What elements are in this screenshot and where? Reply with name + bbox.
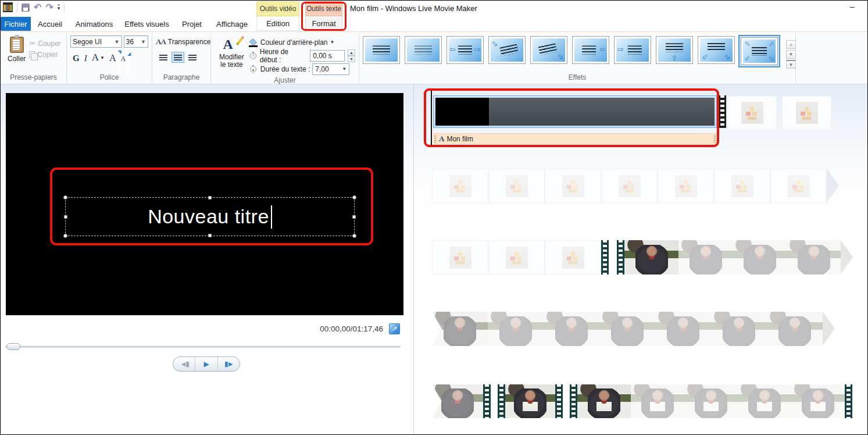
font-color-button[interactable]: A ▼ [92, 52, 105, 63]
selection-handle[interactable] [352, 195, 356, 199]
video-frame[interactable] [624, 240, 678, 274]
play-button[interactable]: ▶ [195, 357, 217, 371]
start-time-spinner[interactable]: ▲▼ [348, 49, 355, 62]
previous-frame-button[interactable]: ◄▮ [173, 357, 195, 371]
video-frame[interactable] [488, 312, 544, 346]
selection-handle[interactable] [64, 215, 67, 219]
tab-fichier[interactable]: Fichier [1, 17, 31, 31]
selection-handle[interactable] [63, 195, 67, 199]
video-frame[interactable] [791, 384, 845, 418]
tab-animations[interactable]: Animations [70, 17, 118, 31]
drag-handle[interactable] [714, 136, 716, 143]
transparency-button[interactable]: AA Transparence [156, 35, 207, 48]
gallery-more-icon[interactable]: ▼ [786, 60, 796, 69]
video-frame[interactable] [738, 384, 791, 418]
photo-clip[interactable] [432, 169, 488, 203]
duration-select[interactable]: 7,00▼ [312, 63, 349, 75]
photo-clip[interactable] [727, 96, 777, 130]
video-frame[interactable] [577, 384, 631, 418]
save-icon[interactable] [22, 3, 30, 12]
bold-button[interactable]: G [73, 54, 80, 63]
effect-thumb-push-left[interactable]: ⇦ [572, 36, 609, 64]
copy-button[interactable]: Copier [29, 49, 60, 60]
effect-thumb-push-right[interactable]: ⇨ [614, 36, 651, 64]
video-frame[interactable] [432, 384, 483, 418]
photo-clip[interactable] [714, 169, 770, 203]
video-frame[interactable] [767, 312, 823, 346]
drag-handle[interactable] [434, 136, 436, 143]
app-logo-icon[interactable] [3, 2, 13, 12]
next-frame-button[interactable]: ▮► [217, 357, 240, 371]
photo-clip[interactable] [770, 169, 827, 203]
video-frame[interactable] [711, 312, 767, 346]
gallery-scroll-up-icon[interactable]: ▲ [786, 40, 796, 49]
selection-handle[interactable] [208, 196, 212, 199]
seek-slider[interactable] [5, 343, 401, 351]
title-overlay-bar[interactable]: A Mon film [433, 133, 717, 144]
background-color-button[interactable]: Couleur d'arrière-plan ▼ [249, 36, 355, 48]
selection-handle[interactable] [352, 215, 356, 219]
spinner-down-icon[interactable]: ▼ [348, 56, 355, 62]
edit-text-button[interactable]: A Modifierle texte [215, 35, 249, 75]
photo-clip[interactable] [658, 169, 714, 203]
video-frame[interactable] [684, 384, 738, 418]
font-family-select[interactable]: Segoe UI▼ [70, 35, 122, 48]
selection-handle[interactable] [63, 234, 67, 238]
photo-clip[interactable] [601, 169, 658, 203]
video-frame[interactable] [432, 312, 488, 346]
paste-button[interactable]: Coller [4, 35, 29, 72]
video-frame[interactable] [631, 384, 684, 418]
minimize-button[interactable]: – [844, 2, 860, 12]
effect-thumb-spread-arc[interactable]: ⇨⇨ [698, 36, 735, 64]
video-preview[interactable]: Nouveau titre [6, 93, 403, 315]
effect-thumb-fly-out-angled[interactable]: ⇨ [530, 36, 567, 64]
italic-button[interactable]: I [84, 54, 87, 63]
shrink-font-button[interactable]: A◢ [120, 55, 126, 63]
title-text-box[interactable]: Nouveau titre [65, 197, 355, 236]
selection-handle[interactable] [352, 234, 356, 238]
start-time-input[interactable]: 0,00 s [310, 50, 345, 62]
photo-clip[interactable] [488, 169, 545, 203]
effect-thumb-slide-in-out[interactable]: ⇦⇨ [446, 36, 484, 64]
customize-quick-access-icon[interactable]: ▾ [58, 5, 60, 10]
align-right-button[interactable] [186, 52, 199, 63]
video-frame[interactable] [733, 240, 787, 274]
video-frame[interactable] [599, 312, 655, 346]
effect-thumb-fade[interactable] [405, 36, 442, 64]
photo-clip[interactable] [432, 240, 488, 274]
tab-affichage[interactable]: Affichage [209, 17, 255, 31]
grow-font-button[interactable]: A◥ [109, 53, 116, 63]
popout-icon[interactable]: ↗ [389, 323, 400, 334]
font-size-select[interactable]: 36▼ [124, 35, 149, 48]
playhead[interactable] [431, 91, 432, 145]
align-center-button[interactable] [172, 52, 184, 63]
photo-clip[interactable] [488, 240, 545, 274]
spinner-up-icon[interactable]: ▲ [348, 49, 355, 56]
tab-accueil[interactable]: Accueil [31, 17, 69, 31]
tab-format[interactable]: Format [305, 17, 342, 31]
tab-projet[interactable]: Projet [176, 17, 208, 31]
tab-edition[interactable]: Edition [256, 17, 299, 31]
photo-clip[interactable] [545, 240, 601, 274]
selection-handle[interactable] [208, 234, 212, 237]
effect-thumb-static[interactable] [363, 36, 400, 64]
cut-button[interactable]: ✂ Couper [29, 38, 60, 49]
video-frame[interactable] [678, 240, 733, 274]
redo-icon[interactable]: ↷ [45, 3, 53, 12]
video-frame[interactable] [544, 312, 599, 346]
preview-title-text[interactable]: Nouveau titre [66, 198, 354, 236]
tab-effets-visuels[interactable]: Effets visuels [119, 17, 174, 31]
effect-thumb-rise-up[interactable]: ⇧ [656, 36, 693, 64]
video-frame[interactable] [655, 312, 711, 346]
seek-track[interactable] [5, 346, 401, 348]
undo-icon[interactable]: ↶ [34, 3, 41, 12]
effect-thumb-fly-in-angled[interactable]: ⇨ [488, 36, 526, 64]
align-left-button[interactable] [157, 52, 170, 63]
photo-clip[interactable] [782, 96, 831, 130]
title-clip-selected[interactable] [433, 95, 717, 128]
video-frame[interactable] [787, 240, 841, 274]
gallery-scroll-down-icon[interactable]: ▼ [786, 50, 796, 59]
seek-thumb[interactable] [6, 343, 20, 350]
video-frame[interactable] [505, 384, 555, 418]
effect-thumb-zoom-corners-selected[interactable]: ⇨⇨⇨⇨ [741, 37, 778, 65]
